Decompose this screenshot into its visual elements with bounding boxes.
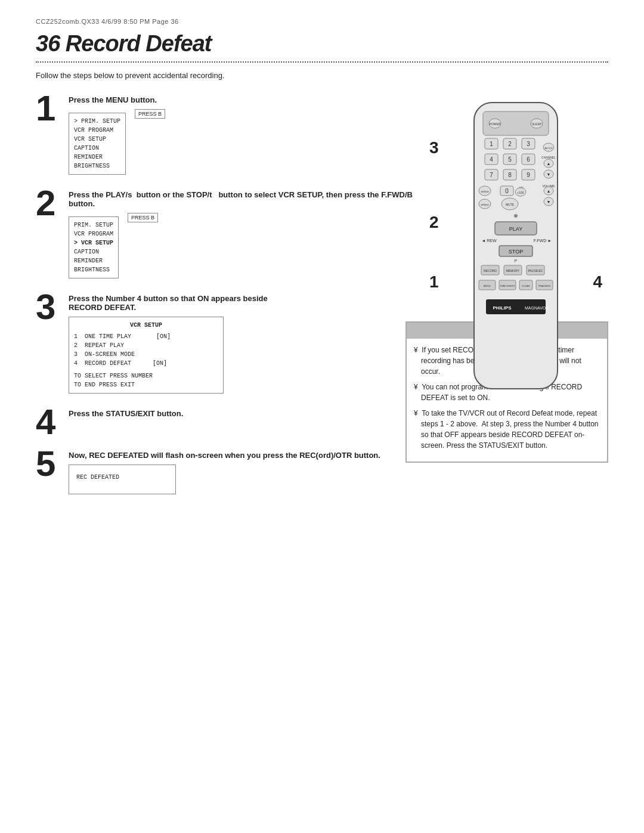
svg-text:SLEEP: SLEEP — [532, 122, 542, 126]
svg-text:1: 1 — [490, 141, 493, 147]
step-1-screen: > PRIM. SETUP VCR PROGRAM VCR SETUP CAPT… — [69, 113, 126, 175]
step-2-screen-wrapper: PRIM. SETUP VCR PROGRAM > VCR SETUP CAPT… — [69, 213, 423, 278]
vcr-footer-1: TO SELECT PRESS NUMBER — [74, 371, 218, 380]
svg-text:+100: +100 — [517, 191, 524, 194]
svg-text:▲: ▲ — [547, 189, 551, 193]
svg-text:SPEED: SPEED — [481, 190, 489, 193]
svg-text:7: 7 — [490, 172, 493, 178]
step-4-section: 4 Press the STATUS/EXIT button. — [36, 404, 417, 440]
menu2-item-1: PRIM. SETUP — [74, 221, 113, 230]
intro-text: Follow the steps below to prevent accide… — [36, 71, 608, 80]
svg-text:MENU: MENU — [484, 284, 491, 287]
svg-text:9: 9 — [527, 172, 530, 178]
step-2-content: Press the PLAY/s button or the STOP/t bu… — [69, 185, 423, 278]
step-3-content: Press the Number 4 button so that ON app… — [69, 289, 423, 394]
svg-text:STATUS/EXIT: STATUS/EXIT — [500, 284, 515, 287]
svg-text:MEMORY: MEMORY — [506, 269, 520, 272]
menu2-item-2: VCR PROGRAM — [74, 230, 113, 239]
svg-text:POWER: POWER — [490, 122, 501, 126]
svg-text:MUTE: MUTE — [506, 203, 515, 206]
remote-label-1: 1 — [429, 272, 439, 292]
svg-text:P: P — [514, 258, 517, 264]
svg-text:6: 6 — [527, 156, 530, 163]
step-5-number: 5 — [36, 446, 63, 494]
step-2-section: 2 Press the PLAY/s button or the STOP/t … — [36, 185, 423, 278]
step-3-section: 3 Press the Number 4 button so that ON a… — [36, 289, 423, 394]
step-3-title: Press the Number 4 button so that ON app… — [69, 294, 423, 312]
svg-text:5: 5 — [508, 156, 512, 163]
svg-text:MAGNAVOX: MAGNAVOX — [525, 306, 549, 310]
svg-text:▼: ▼ — [547, 200, 551, 204]
svg-text:STOP: STOP — [509, 249, 523, 255]
menu2-item-5: REMINDER — [74, 256, 113, 265]
svg-text:F.FWD ►: F.FWD ► — [534, 239, 552, 243]
remote-label-2: 2 — [429, 213, 439, 232]
menu1-item-3: VCR SETUP — [74, 135, 120, 144]
press-b-2: PRESS B — [128, 213, 158, 222]
rec-defeated-text: REC DEFEATED — [76, 474, 168, 481]
svg-point-47 — [514, 214, 518, 218]
left-column: 1 Press the MENU button. > PRIM. SETUP V… — [36, 91, 441, 500]
menu2-item-3: > VCR SETUP — [74, 239, 113, 247]
svg-text:2: 2 — [508, 141, 512, 147]
remote-label-4: 4 — [593, 272, 602, 292]
step-1-content: Press the MENU button. > PRIM. SETUP VCR… — [69, 91, 423, 175]
step-3-number: 3 — [36, 289, 63, 394]
svg-text:▼: ▼ — [547, 172, 551, 176]
svg-text:PAUSE/EC: PAUSE/EC — [528, 269, 543, 272]
vcr-item-1: 1 ONE TIME PLAY [ON] — [74, 332, 218, 341]
svg-text:PHILIPS: PHILIPS — [493, 305, 512, 311]
svg-text:8: 8 — [508, 172, 512, 178]
svg-text:CLEAR: CLEAR — [522, 284, 530, 287]
menu2-item-6: BRIGHTNESS — [74, 265, 113, 274]
svg-text:TRACKING: TRACKING — [538, 284, 551, 287]
svg-text:4: 4 — [490, 156, 493, 163]
step-1-number: 1 — [36, 91, 63, 175]
svg-text:RECORD: RECORD — [484, 269, 497, 272]
step-2-title: Press the PLAY/s button or the STOP/t bu… — [69, 190, 423, 208]
svg-text:▲: ▲ — [547, 162, 551, 166]
remote-svg: POWER SLEEP ALT.CH 1 2 3 — [450, 97, 581, 407]
remote-label-3: 3 — [429, 138, 439, 157]
page-title: 36 Record Defeat — [36, 31, 608, 57]
step-5-section: 5 Now, REC DEFEATED will flash on-screen… — [36, 446, 417, 494]
menu1-item-4: CAPTION — [74, 144, 120, 153]
remote-container: POWER SLEEP ALT.CH 1 2 3 — [450, 97, 599, 408]
menu2-item-4: CAPTION — [74, 247, 113, 256]
step-5-title: Now, REC DEFEATED will flash on-screen w… — [69, 451, 417, 460]
vcr-item-4: 4 RECORD DEFEAT [ON] — [74, 359, 218, 368]
vcr-setup-title: VCR SETUP — [74, 321, 218, 330]
svg-text:0: 0 — [505, 188, 509, 194]
step-1-screen-wrapper: > PRIM. SETUP VCR PROGRAM VCR SETUP CAPT… — [69, 109, 423, 175]
hint-3: ¥ To take the TV/VCR out of Record Defea… — [414, 408, 600, 451]
header-meta: CCZ252comb.QX33 4/6/99 8:50 PM Page 36 — [36, 18, 608, 25]
step-5-content: Now, REC DEFEATED will flash on-screen w… — [69, 446, 417, 494]
step-4-title: Press the STATUS/EXIT button. — [69, 409, 417, 418]
svg-text:SPEED: SPEED — [481, 203, 489, 206]
page-container: CCZ252comb.QX33 4/6/99 8:50 PM Page 36 3… — [0, 0, 644, 487]
step-3-screen: VCR SETUP 1 ONE TIME PLAY [ON] 2 REPEAT … — [69, 317, 224, 394]
menu1-item-1: > PRIM. SETUP — [74, 117, 120, 126]
svg-text:CHANNEL: CHANNEL — [541, 156, 556, 159]
svg-text:◄ REW: ◄ REW — [481, 239, 497, 243]
bottom-left: 4 Press the STATUS/EXIT button. 5 Now, R… — [36, 404, 423, 494]
rec-defeated-screen: REC DEFEATED — [69, 465, 176, 494]
menu1-item-5: REMINDER — [74, 153, 120, 162]
svg-text:PLAY: PLAY — [509, 226, 522, 232]
step-2-screen: PRIM. SETUP VCR PROGRAM > VCR SETUP CAPT… — [69, 216, 119, 278]
step-1-section: 1 Press the MENU button. > PRIM. SETUP V… — [36, 91, 423, 175]
svg-text:3: 3 — [527, 141, 530, 147]
step-4-content: Press the STATUS/EXIT button. — [69, 404, 417, 440]
vcr-footer-2: TO END PRESS EXIT — [74, 380, 218, 389]
step-2-number: 2 — [36, 185, 63, 278]
svg-text:ALT.CH: ALT.CH — [544, 147, 553, 150]
menu1-item-6: BRIGHTNESS — [74, 162, 120, 171]
press-b-1: PRESS B — [135, 109, 165, 119]
vcr-item-2: 2 REPEAT PLAY — [74, 341, 218, 350]
step-1-title: Press the MENU button. — [69, 95, 423, 104]
step-4-number: 4 — [36, 404, 63, 440]
vcr-item-3: 3 ON-SCREEN MODE — [74, 350, 218, 359]
dotted-divider — [36, 61, 608, 63]
menu1-item-2: VCR PROGRAM — [74, 126, 120, 135]
